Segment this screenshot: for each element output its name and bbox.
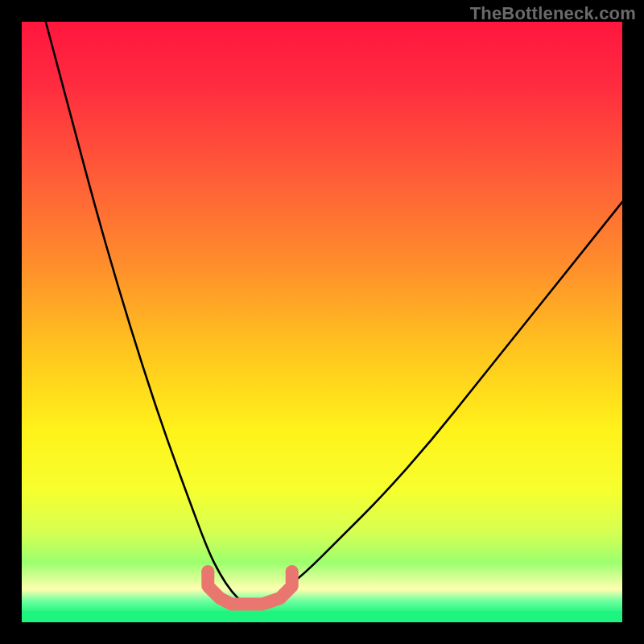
trough-dot-left [201, 565, 214, 578]
chart-frame: TheBottleneck.com [0, 0, 644, 644]
plot-area [22, 22, 622, 622]
baseline-strip [22, 611, 622, 622]
gradient-background [22, 22, 622, 622]
plot-svg [22, 22, 622, 622]
trough-dot-right [286, 565, 299, 578]
